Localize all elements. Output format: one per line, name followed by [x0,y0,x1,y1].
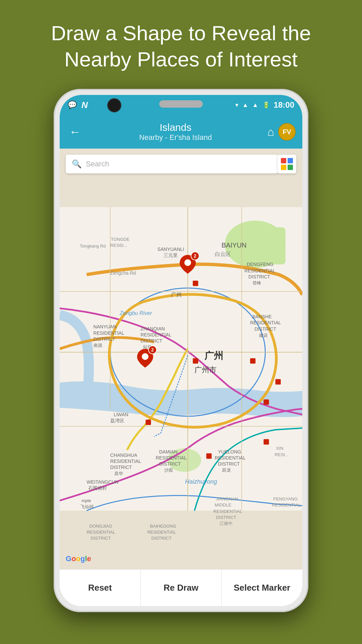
svg-rect-16 [263,399,269,405]
svg-text:DISTRICT: DISTRICT [140,338,162,343]
svg-text:WEITANGCUN: WEITANGCUN [86,479,118,485]
headline: Draw a Shape to Reveal theNearby Places … [24,0,338,89]
svg-text:mple: mple [81,498,91,503]
svg-text:DISTRICT: DISTRICT [91,536,111,541]
svg-text:RESIDENTIAL: RESIDENTIAL [250,320,281,325]
svg-text:DAMIAN: DAMIAN [159,449,178,454]
grid-dot-4 [288,165,293,170]
status-right-icons: ▾ ▲ ▲ 🔋 18:00 [235,100,294,110]
svg-text:Haizhuyong: Haizhuyong [185,478,217,485]
redraw-button[interactable]: Re Draw [141,570,222,606]
n-icon: N [81,100,88,110]
message-icon: 💬 [68,101,77,109]
svg-text:RESIDENTIAL: RESIDENTIAL [214,509,242,514]
svg-rect-15 [206,453,212,459]
svg-text:石围塘村: 石围塘村 [88,485,107,491]
svg-text:DISTRICT: DISTRICT [94,336,115,342]
svg-point-81 [184,259,191,266]
svg-text:建设: 建设 [259,333,268,338]
search-icon: 🔍 [72,159,82,169]
svg-text:DISTRICT: DISTRICT [218,461,240,467]
svg-text:RESIDENTIAL: RESIDENTIAL [156,455,187,461]
svg-text:昌华: 昌华 [114,471,123,476]
camera [107,98,121,112]
screen: 💬 N ▾ ▲ ▲ 🔋 18:00 ← Islands Nearby - Er'… [60,95,302,606]
svg-rect-11 [193,281,198,286]
svg-text:登峰: 登峰 [252,280,261,285]
search-bar[interactable]: 🔍 Search [66,155,278,173]
app-title: Islands Nearby - Er'sha Island [89,122,262,142]
svg-text:RESI...: RESI... [275,452,289,457]
svg-text:DISTRICT: DISTRICT [110,465,132,470]
svg-rect-14 [145,420,151,425]
home-button[interactable]: ⌂ [267,125,274,139]
svg-text:JIANGNAN: JIANGNAN [216,496,238,501]
svg-text:XIN: XIN [276,446,284,451]
svg-text:飞仙祠: 飞仙祠 [80,504,94,509]
map-svg: BAIYUN 白云区 NANYUAN RESIDENTIAL DISTRICT … [60,149,302,569]
grid-dot-1 [281,158,286,163]
svg-text:RESIDENTIAL: RESIDENTIAL [147,530,176,535]
svg-rect-12 [193,358,198,364]
svg-text:白云区: 白云区 [215,251,231,257]
speaker [159,100,203,108]
phone-frame: 💬 N ▾ ▲ ▲ 🔋 18:00 ← Islands Nearby - Er'… [54,89,308,612]
svg-text:Zengbu River: Zengbu River [119,310,152,316]
svg-rect-18 [276,379,281,384]
svg-text:RESID...: RESID... [110,243,127,248]
svg-text:NANYUAN: NANYUAN [94,324,117,330]
grid-button[interactable] [278,155,296,173]
marker-2[interactable]: 2 [136,348,154,368]
svg-text:MIDDLE: MIDDLE [215,502,232,507]
svg-text:荔湾区: 荔湾区 [110,418,124,423]
svg-text:DISTRICT: DISTRICT [216,515,236,520]
svg-text:DISTRICT: DISTRICT [248,274,270,279]
signal2-icon: ▲ [252,102,258,109]
svg-text:RESIDENTIAL: RESIDENTIAL [215,455,246,461]
select-marker-button[interactable]: Select Marker [222,570,302,606]
svg-text:广州: 广州 [204,350,223,361]
grid-dot-3 [281,165,286,170]
map-view[interactable]: BAIYUN 白云区 NANYUAN RESIDENTIAL DISTRICT … [60,149,302,569]
logo-button[interactable]: FV [278,123,296,141]
svg-rect-13 [250,358,255,364]
svg-text:DISTRICT: DISTRICT [152,536,172,541]
app-bar: ← Islands Nearby - Er'sha Island ⌂ FV [60,115,302,149]
search-input[interactable]: Search [86,160,109,168]
svg-text:Zengcha Rd: Zengcha Rd [110,270,136,276]
app-bar-actions: ⌂ FV [267,123,296,141]
svg-text:ZHANQIAN: ZHANQIAN [140,326,165,331]
back-button[interactable]: ← [66,122,84,142]
wifi-icon: ▾ [235,101,238,109]
svg-text:DISTRICT: DISTRICT [254,326,276,332]
svg-text:CHANGHUA: CHANGHUA [110,452,137,458]
svg-text:RESIDENTIAL: RESIDENTIAL [94,330,124,336]
svg-text:BAIHEDONG: BAIHEDONG [150,524,176,529]
time-display: 18:00 [274,100,294,110]
reset-button[interactable]: Reset [60,570,141,606]
svg-text:TONGDE: TONGDE [111,237,130,242]
svg-text:DONGJIAO: DONGJIAO [89,524,112,529]
signal-icon: ▲ [242,102,248,109]
svg-text:RESIDENTIAL: RESIDENTIAL [140,332,171,337]
svg-text:BAIYUN: BAIYUN [222,241,247,249]
marker-1[interactable]: 2 [179,254,197,274]
grid-dot-2 [288,158,293,163]
title-main: Islands [89,122,262,133]
svg-text:江南中: 江南中 [220,521,233,526]
svg-rect-17 [263,439,269,444]
svg-text:RESIDENTIAL: RESIDENTIAL [244,268,275,273]
battery-icon: 🔋 [262,101,270,109]
svg-text:FENGYANG: FENGYANG [274,496,298,501]
svg-text:Tongkang Rd: Tongkang Rd [80,244,106,249]
svg-text:广州市: 广州市 [194,366,217,374]
marker-badge-2: 2 [148,345,157,354]
marker-badge-1: 2 [191,252,199,260]
svg-text:RESIDENTIAL: RESIDENTIAL [86,530,115,535]
svg-text:SANYUANLI: SANYUANLI [158,247,184,252]
svg-text:DISTRICT: DISTRICT [159,461,181,467]
svg-text:YUELONG: YUELONG [218,449,241,454]
svg-text:三元里: 三元里 [164,253,178,258]
svg-text:广州: 广州 [171,291,182,298]
google-logo: Google [66,554,91,563]
